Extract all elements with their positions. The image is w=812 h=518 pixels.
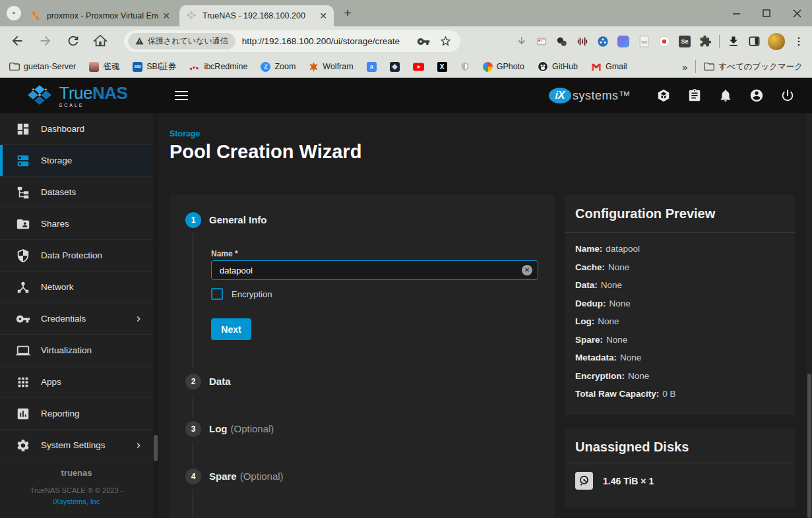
- sidebar-item-apps[interactable]: Apps: [0, 366, 153, 398]
- sidebar-item-network[interactable]: Network: [0, 272, 153, 303]
- bookmark-item[interactable]: guetan-Server: [9, 62, 76, 71]
- config-row: Cache:None: [575, 262, 676, 272]
- bookmark-item[interactable]: [390, 62, 400, 72]
- notifications-bell-icon[interactable]: [718, 88, 733, 103]
- selenium-extension-icon[interactable]: Se: [678, 35, 691, 48]
- next-button[interactable]: Next: [211, 318, 251, 340]
- page-scrollbar-thumb[interactable]: [807, 374, 811, 518]
- bookmark-item[interactable]: 雀魂: [89, 61, 119, 72]
- security-badge-label: 保護されていない通信: [148, 36, 228, 47]
- x-favicon: X: [437, 62, 447, 72]
- step-4-circle[interactable]: 4: [185, 469, 201, 484]
- screenshot-extension-icon[interactable]: [535, 35, 548, 48]
- new-tab-button[interactable]: +: [342, 7, 354, 19]
- truenas-logo[interactable]: TrueNAS SCALE: [0, 84, 153, 107]
- step-2-circle[interactable]: 2: [185, 374, 201, 389]
- home-icon[interactable]: [93, 34, 108, 48]
- account-icon[interactable]: [749, 88, 764, 103]
- truecommand-icon[interactable]: [656, 88, 671, 103]
- password-key-icon[interactable]: [417, 35, 430, 48]
- tab-search-button[interactable]: [7, 6, 21, 20]
- sidebar-scrollbar-thumb[interactable]: [154, 435, 158, 461]
- sidebar-item-reporting[interactable]: Reporting: [0, 398, 153, 430]
- download-manager-extension-icon[interactable]: [515, 35, 528, 48]
- bookmark-item[interactable]: [413, 63, 424, 71]
- spheres-extension-icon[interactable]: [555, 35, 569, 48]
- company-link[interactable]: iXsystems, Inc: [0, 498, 153, 505]
- step-2-label[interactable]: Data: [209, 376, 231, 387]
- window-maximize-button[interactable]: [751, 0, 782, 26]
- bookmark-star-icon[interactable]: [439, 35, 452, 47]
- configuration-preview-card: Configuration Preview Name:datapool Cach…: [565, 195, 795, 415]
- bookmark-item[interactable]: ibcRedmine: [189, 62, 247, 71]
- main-content: Storage Pool Creation Wizard 1 General I…: [158, 113, 807, 518]
- bookmark-label: Gmail: [606, 62, 627, 71]
- bookmark-item[interactable]: GitHub: [538, 61, 578, 72]
- sidebar-item-data-protection[interactable]: Data Protection: [0, 240, 153, 272]
- jobs-clipboard-icon[interactable]: [687, 88, 702, 103]
- clear-input-icon[interactable]: ✕: [522, 265, 532, 275]
- sidebar-scrollbar[interactable]: [153, 113, 158, 518]
- tab-proxmox[interactable]: proxmox - Proxmox Virtual Env ✕: [24, 5, 177, 26]
- step-1-label[interactable]: General Info: [209, 214, 267, 225]
- reload-icon[interactable]: [66, 34, 80, 48]
- bookmarks-overflow-chevron[interactable]: »: [682, 61, 687, 72]
- bookmark-item[interactable]: a: [367, 62, 377, 72]
- encryption-checkbox[interactable]: [211, 288, 223, 300]
- security-badge[interactable]: 保護されていない通信: [128, 33, 235, 49]
- window-close-button[interactable]: [782, 0, 812, 26]
- sidebar-item-system-settings[interactable]: System Settings: [0, 430, 153, 461]
- sidebar-item-storage[interactable]: Storage: [0, 145, 153, 177]
- maximize-icon: [763, 9, 770, 17]
- sidebar-item-credentials[interactable]: Credentials: [0, 303, 153, 335]
- ai-assistant-extension-icon[interactable]: [617, 35, 630, 48]
- tab-close-icon[interactable]: ✕: [162, 11, 170, 20]
- blue-circle-extension-icon[interactable]: [596, 35, 609, 48]
- bookmark-item[interactable]: GPhoto: [483, 62, 524, 72]
- gphoto-favicon: [483, 62, 493, 72]
- power-icon[interactable]: [780, 88, 795, 103]
- audio-waveform-extension-icon[interactable]: [576, 35, 589, 48]
- bookmark-item[interactable]: X: [437, 62, 447, 72]
- bookmark-item[interactable]: [460, 61, 470, 72]
- laptop-icon: [16, 343, 30, 358]
- bookmark-item[interactable]: Gmail: [591, 62, 627, 71]
- back-icon[interactable]: [10, 34, 24, 48]
- brand-nas: NAS: [92, 83, 127, 103]
- breadcrumb[interactable]: Storage: [170, 129, 201, 138]
- sidebar-toggle-button[interactable]: [175, 91, 188, 100]
- sidebar-item-label: Virtualization: [41, 345, 92, 355]
- bookmark-label: SBI証券: [146, 61, 176, 72]
- sidebar-item-shares[interactable]: Shares: [0, 208, 153, 240]
- sidebar-item-virtualization[interactable]: Virtualization: [0, 335, 153, 366]
- address-bar[interactable]: 保護されていない通信 http://192.168.100.200/ui/sto…: [124, 30, 460, 52]
- pool-name-input[interactable]: [211, 260, 538, 280]
- sidebar-item-datasets[interactable]: Datasets: [0, 177, 153, 208]
- sidebar-item-label: Datasets: [41, 187, 76, 197]
- step-3-label[interactable]: Log(Optional): [209, 423, 274, 434]
- downloads-icon[interactable]: [727, 35, 740, 48]
- page-scrollbar[interactable]: [807, 113, 812, 518]
- step-1-circle[interactable]: 1: [185, 212, 201, 228]
- browser-menu-icon[interactable]: [792, 35, 805, 48]
- step-connector: [193, 395, 193, 418]
- pool-wizard-card: 1 General Info Name * ✕ Encryption Next …: [170, 195, 555, 518]
- all-bookmarks-button[interactable]: すべてのブックマーク: [704, 61, 803, 72]
- profile-avatar[interactable]: [768, 33, 785, 50]
- tab-truenas[interactable]: TrueNAS - 192.168.100.200 ✕: [179, 5, 334, 26]
- shield-favicon: [460, 61, 470, 72]
- forward-icon[interactable]: [38, 34, 53, 48]
- side-panel-icon[interactable]: [747, 35, 761, 48]
- tex-document-extension-icon[interactable]: TeX: [637, 35, 650, 48]
- bookmark-item[interactable]: Wolfram: [309, 62, 353, 72]
- step-4-label[interactable]: Spare(Optional): [209, 471, 284, 482]
- tab-close-icon[interactable]: ✕: [319, 11, 327, 20]
- screen-recorder-extension-icon[interactable]: [658, 35, 671, 48]
- window-minimize-button[interactable]: [721, 0, 751, 26]
- bookmark-item[interactable]: Z Zoom: [261, 62, 296, 72]
- extensions-puzzle-icon[interactable]: [699, 35, 712, 48]
- config-row: Log:None: [575, 316, 676, 326]
- sidebar-item-dashboard[interactable]: Dashboard: [0, 113, 153, 145]
- step-3-circle[interactable]: 3: [185, 421, 201, 437]
- bookmark-item[interactable]: SBI SBI証券: [133, 61, 176, 72]
